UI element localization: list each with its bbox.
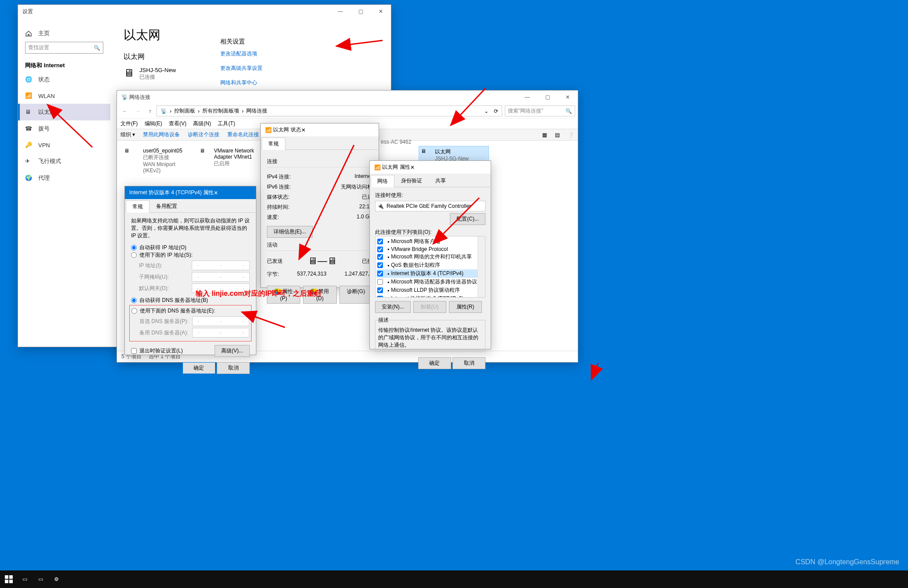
nav-dialup[interactable]: ☎拨号 xyxy=(18,120,110,137)
radio-ip-auto[interactable]: 自动获得 IP 地址(O) xyxy=(131,244,186,250)
protocol-icon: ▪ xyxy=(387,262,389,269)
taskbar[interactable]: ▭ ▭ ⚙ xyxy=(0,570,908,588)
bytes-recv: 1,247,627,7 xyxy=(345,271,372,278)
component-item[interactable]: ▪ Microsoft LLDP 协议驱动程序 xyxy=(376,286,484,294)
nav-wlan[interactable]: 📶WLAN xyxy=(18,88,110,104)
status-titlebar[interactable]: 📶 以太网 状态 ✕ xyxy=(261,123,379,136)
tab-general[interactable]: 常规 xyxy=(126,200,150,213)
home-nav[interactable]: 主页 xyxy=(18,25,110,42)
airplane-icon: ✈ xyxy=(25,158,32,165)
nav-back-button[interactable]: ← xyxy=(120,106,130,116)
cmd-rename[interactable]: 重命名此连接 xyxy=(227,131,259,138)
component-checkbox[interactable] xyxy=(377,287,383,293)
home-icon xyxy=(25,30,32,37)
component-item[interactable]: ▪ VMware Bridge Protocol xyxy=(376,246,484,253)
close-button[interactable]: ✕ xyxy=(371,5,391,18)
cancel-button[interactable]: 取消 xyxy=(452,357,485,369)
minimize-button[interactable]: — xyxy=(330,5,350,18)
tcpip-properties-dialog: Internet 协议版本 4 (TCP/IPv4) 属性 ✕ 常规 备用配置 … xyxy=(124,186,256,355)
view-details-button[interactable]: ▤ xyxy=(555,132,560,138)
cancel-button[interactable]: 取消 xyxy=(217,362,250,374)
configure-button[interactable]: 配置(C)... xyxy=(450,213,485,225)
component-checkbox[interactable] xyxy=(377,254,383,260)
dns2-input[interactable]: ··· xyxy=(192,328,249,338)
component-checkbox[interactable] xyxy=(377,247,383,252)
dropdown-icon[interactable]: ⌄ xyxy=(484,108,489,114)
component-checkbox[interactable] xyxy=(377,296,383,298)
component-item[interactable]: ▪ Microsoft 网络的文件和打印机共享 xyxy=(376,253,484,261)
component-item[interactable]: ▪ Internet 协议版本 6 (TCP/IPv6) xyxy=(376,294,484,298)
advanced-button[interactable]: 高级(V)... xyxy=(215,345,250,357)
adapter-item[interactable]: 🖥 VMware Network Adapter VMnet1 已启用 xyxy=(198,146,268,169)
ok-button[interactable]: 确定 xyxy=(418,357,451,369)
cmd-disable[interactable]: 禁用此网络设备 xyxy=(143,131,180,138)
component-item[interactable]: ▪ Microsoft 网络客户端 xyxy=(376,237,484,246)
cmd-diagnose[interactable]: 诊断这个连接 xyxy=(188,131,219,138)
task-icon[interactable]: ▭ xyxy=(35,574,46,584)
nav-proxy[interactable]: 🌍代理 xyxy=(18,170,110,186)
close-button[interactable]: ✕ xyxy=(214,190,218,196)
component-checkbox[interactable] xyxy=(377,239,383,244)
maximize-button[interactable]: ▢ xyxy=(537,91,558,104)
adapter-item[interactable]: 🖥 user05_epoint05 已断开连接 WAN Miniport (IK… xyxy=(122,146,193,175)
task-icon[interactable]: ▭ xyxy=(19,574,30,584)
close-button[interactable]: ✕ xyxy=(558,91,578,104)
explorer-titlebar[interactable]: 📡 网络连接 — ▢ ✕ xyxy=(117,91,578,104)
link-sharing[interactable]: 更改高级共享设置 xyxy=(220,65,299,72)
link-adapter-options[interactable]: 更改适配器选项 xyxy=(220,50,299,58)
tab-network[interactable]: 网络 xyxy=(371,175,394,187)
validate-checkbox[interactable]: 退出时验证设置(L) xyxy=(131,347,183,355)
refresh-icon[interactable]: ⟳ xyxy=(494,108,498,114)
component-item[interactable]: ▪ QoS 数据包计划程序 xyxy=(376,261,484,269)
component-checkbox[interactable] xyxy=(377,262,383,268)
settings-titlebar[interactable]: 设置 — ▢ ✕ xyxy=(18,5,391,18)
close-button[interactable]: ✕ xyxy=(301,127,306,133)
radio-dns-manual[interactable]: 使用下面的 DNS 服务器地址(E): xyxy=(131,308,215,314)
radio-ip-manual[interactable]: 使用下面的 IP 地址(S): xyxy=(131,252,193,258)
diagnose-button[interactable]: 诊断(G) xyxy=(339,286,372,304)
ok-button[interactable]: 确定 xyxy=(182,362,215,374)
search-input[interactable]: 查找设置 🔍 xyxy=(25,42,103,54)
nav-up-button[interactable]: ↑ xyxy=(146,106,154,116)
components-listbox[interactable]: ▪ Microsoft 网络客户端▪ VMware Bridge Protoco… xyxy=(375,236,485,298)
protocol-icon: ▪ xyxy=(387,279,389,285)
ip-address-input[interactable]: ··· xyxy=(192,261,250,270)
activity-icon: 🖥—🖥 xyxy=(308,255,337,267)
details-button[interactable]: 详细信息(E)... xyxy=(267,226,313,238)
component-item[interactable]: ▪ Internet 协议版本 4 (TCP/IPv4) xyxy=(376,269,484,278)
organize-menu[interactable]: 组织 ▾ xyxy=(120,131,135,138)
tab-alternate[interactable]: 备用配置 xyxy=(150,200,184,212)
adapter-name-field: 🔌 Realtek PCIe GbE Family Controller xyxy=(375,201,485,211)
install-button[interactable]: 安装(N)... xyxy=(375,301,411,313)
close-button[interactable]: ✕ xyxy=(410,164,415,171)
props-titlebar[interactable]: 📶 以太网 属性 ✕ xyxy=(370,161,491,174)
uninstall-button[interactable]: 卸载(U) xyxy=(413,301,446,313)
nav-airplane[interactable]: ✈飞行模式 xyxy=(18,153,110,170)
nav-vpn[interactable]: 🔑VPN xyxy=(18,137,110,153)
component-item[interactable]: ▪ Microsoft 网络适配器多路传送器协议 xyxy=(376,278,484,286)
minimize-button[interactable]: — xyxy=(517,91,537,104)
tab-sharing[interactable]: 共享 xyxy=(429,174,452,187)
tcpip-titlebar[interactable]: Internet 协议版本 4 (TCP/IPv4) 属性 ✕ xyxy=(125,186,256,199)
view-icons-button[interactable]: ▦ xyxy=(542,132,547,138)
tab-general[interactable]: 常规 xyxy=(262,138,285,150)
link-network-center[interactable]: 网络和共享中心 xyxy=(220,79,299,87)
subnet-mask-input[interactable]: ··· xyxy=(192,272,250,282)
start-button[interactable] xyxy=(4,574,14,584)
breadcrumb[interactable]: 📡 › 控制面板 › 所有控制面板项 › 网络连接 ⌄⟳ xyxy=(157,105,502,116)
protocol-icon: ▪ xyxy=(387,287,389,294)
nav-ethernet[interactable]: 🖥以太网 xyxy=(18,104,110,120)
item-properties-button[interactable]: 属性(R) xyxy=(449,301,482,313)
component-checkbox[interactable] xyxy=(377,279,383,285)
component-checkbox[interactable] xyxy=(377,271,383,276)
settings-title: 设置 xyxy=(22,8,33,15)
scrollbar[interactable] xyxy=(478,236,485,297)
explorer-search[interactable]: 搜索"网络连接" 🔍 xyxy=(505,105,575,116)
tab-auth[interactable]: 身份验证 xyxy=(394,174,429,187)
help-icon[interactable]: ❔ xyxy=(568,132,574,138)
nav-status[interactable]: 🌐状态 xyxy=(18,71,110,88)
nav-fwd-button[interactable]: → xyxy=(133,106,143,116)
dns1-input[interactable]: ··· xyxy=(192,316,249,326)
settings-gear-icon[interactable]: ⚙ xyxy=(51,574,62,584)
maximize-button[interactable]: ▢ xyxy=(350,5,371,18)
